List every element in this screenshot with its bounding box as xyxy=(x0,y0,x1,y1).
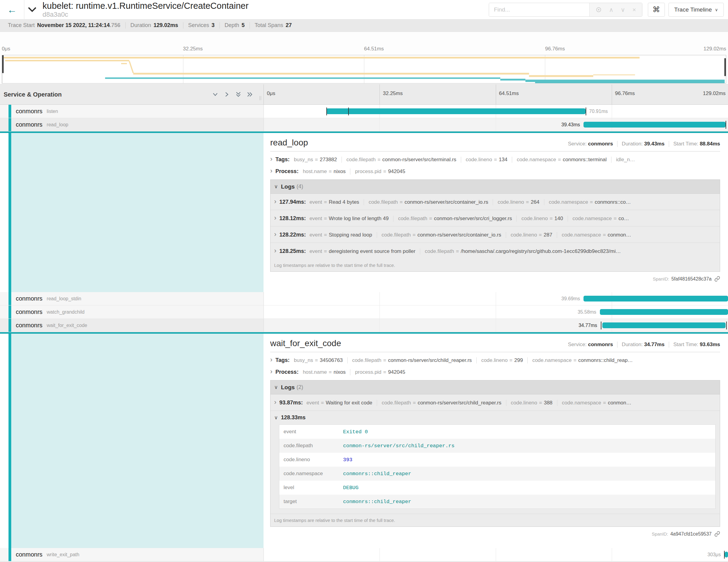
minimap-span-graph xyxy=(2,55,726,83)
span-bar[interactable] xyxy=(602,322,726,328)
table-row: target conmonrs::child_reaper xyxy=(279,495,715,509)
span-name-cell[interactable]: conmonrs wait_for_exit_code xyxy=(0,319,264,332)
log-marker xyxy=(724,551,725,559)
span-bar[interactable] xyxy=(583,296,728,301)
span-timeline-cell[interactable]: 39.69ms xyxy=(264,292,728,305)
minimap-right-handle[interactable] xyxy=(724,58,726,76)
service-color-accent xyxy=(9,292,11,305)
log-marker xyxy=(348,107,349,115)
logs-header[interactable]: ∨ Logs (4) xyxy=(270,180,720,194)
tags-row[interactable]: › Tags: busy_ns=34506763 code.filepath=c… xyxy=(270,356,720,363)
span-name-cell[interactable]: conmonrs watch_grandchild xyxy=(0,305,264,318)
log-entry[interactable]: › 128.25ms: event=deregistering event so… xyxy=(270,243,720,259)
expand-icon: › xyxy=(274,231,276,238)
trace-view-label: Trace Timeline xyxy=(674,6,712,13)
span-row-read-loop-stdin[interactable]: conmonrs read_loop_stdin 39.69ms xyxy=(0,292,728,305)
span-name-cell[interactable]: conmonrs listen xyxy=(0,105,264,118)
service-operation-header: Service & Operation xyxy=(0,84,264,104)
expand-all-icon[interactable] xyxy=(247,91,253,98)
log-marker xyxy=(726,322,727,329)
detail-meta: Service: conmonrs Duration: 34.77ms Star… xyxy=(564,342,720,348)
expand-icon: › xyxy=(274,198,276,205)
span-duration-label: 303μs xyxy=(707,552,721,557)
clear-find-icon[interactable]: × xyxy=(632,7,636,13)
minimap-left-handle[interactable] xyxy=(2,55,4,73)
log-expanded-header[interactable]: ∨ 128.33ms xyxy=(274,414,716,421)
span-row-read-loop[interactable]: conmonrs read_loop 39.43ms xyxy=(0,118,728,131)
service-color-accent xyxy=(9,118,11,131)
log-fields-table: event Exited 0 code.filepath conmon-rs/s… xyxy=(279,424,716,509)
span-name-cell[interactable]: conmonrs write_exit_path xyxy=(0,548,264,561)
next-match-icon[interactable]: ∨ xyxy=(621,7,625,13)
log-entry[interactable]: › 127.94ms: event=Read 4 bytes code.file… xyxy=(270,194,720,210)
detail-header[interactable]: read_loop Service: conmonrs Duration: 39… xyxy=(270,138,720,148)
tags-row[interactable]: › Tags: busy_ns=273882 code.filepath=con… xyxy=(270,156,720,163)
trace-view-dropdown[interactable]: Trace Timeline ∨ xyxy=(668,3,724,17)
detail-indent-column xyxy=(0,133,264,292)
detail-panel: wait_for_exit_code Service: conmonrs Dur… xyxy=(264,334,728,548)
dropdown-caret-icon: ∨ xyxy=(715,7,718,12)
span-duration-label: 70.91ms xyxy=(589,109,608,114)
log-marker xyxy=(326,107,327,115)
copy-link-icon[interactable] xyxy=(714,531,720,537)
span-timeline-cell[interactable]: 34.77ms xyxy=(264,319,728,332)
process-row[interactable]: › Process: host.name=nixos process.pid=9… xyxy=(270,368,720,375)
collapse-all-icon[interactable] xyxy=(235,91,242,98)
table-row: event Exited 0 xyxy=(279,425,715,439)
chevron-down-icon xyxy=(28,7,36,12)
span-bar[interactable] xyxy=(600,309,728,315)
log-entry[interactable]: › 128.12ms: event=Wrote log line of leng… xyxy=(270,210,720,227)
log-marker xyxy=(586,107,586,115)
service-color-accent xyxy=(9,319,11,332)
span-duration-label: 39.43ms xyxy=(561,122,580,128)
span-name-cell[interactable]: conmonrs read_loop xyxy=(0,118,264,131)
expand-one-icon[interactable] xyxy=(223,91,230,98)
column-resizer-handle[interactable] xyxy=(260,96,261,100)
expand-icon: › xyxy=(270,356,272,363)
minimap-canvas[interactable] xyxy=(2,55,726,83)
span-duration-label: 39.69ms xyxy=(561,296,580,301)
span-timeline-cell[interactable]: 35.58ms xyxy=(264,305,728,318)
logs-header[interactable]: ∨ Logs (2) xyxy=(270,380,720,394)
process-row[interactable]: › Process: host.name=nixos process.pid=9… xyxy=(270,168,720,175)
collapse-controls xyxy=(212,91,253,98)
log-entry[interactable]: › 93.87ms: event=Waiting for exit code c… xyxy=(270,394,720,411)
span-bar[interactable] xyxy=(326,108,585,114)
find-input[interactable] xyxy=(489,3,589,16)
span-row-write-exit-path[interactable]: conmonrs write_exit_path 303μs xyxy=(0,548,728,561)
back-button[interactable]: ← xyxy=(0,0,24,19)
span-duration-label: 35.58ms xyxy=(578,309,596,315)
expand-icon: › xyxy=(270,368,272,375)
trace-title-block: kubelet: runtime.v1.RuntimeService/Creat… xyxy=(43,1,249,18)
detail-header[interactable]: wait_for_exit_code Service: conmonrs Dur… xyxy=(270,339,720,348)
jaeger-trace-page: ← kubelet: runtime.v1.RuntimeService/Cre… xyxy=(0,0,728,562)
span-name-cell[interactable]: conmonrs read_loop_stdin xyxy=(0,292,264,305)
span-row-wait-for-exit-code[interactable]: conmonrs wait_for_exit_code 34.77ms xyxy=(0,319,728,332)
span-timeline-cell[interactable]: 39.43ms xyxy=(264,118,728,131)
log-marker xyxy=(726,121,726,129)
keyboard-shortcuts-button[interactable]: ⌘ xyxy=(648,3,665,17)
focus-match-icon[interactable] xyxy=(596,7,602,13)
trace-title-collapse-toggle[interactable] xyxy=(24,0,40,19)
expand-icon: › xyxy=(270,156,272,162)
collapse-one-icon[interactable] xyxy=(212,91,219,98)
span-row-listen[interactable]: conmonrs listen 70.91ms xyxy=(0,105,728,118)
trace-duration: Duration 129.02ms xyxy=(126,22,183,29)
tag: code.filepath=conmon-rs/server/src/child… xyxy=(352,357,477,363)
prev-match-icon[interactable]: ∧ xyxy=(609,7,614,13)
logs-note: Log timestamps are relative to the start… xyxy=(270,259,720,271)
table-row: code.filepath conmon-rs/server/src/child… xyxy=(279,439,715,453)
span-row-watch-grandchild[interactable]: conmonrs watch_grandchild 35.58ms xyxy=(0,305,728,319)
span-timeline-cell[interactable]: 303μs xyxy=(264,548,728,561)
span-grid-header: Service & Operation 0μs 32.25ms 64.51ms … xyxy=(0,84,728,105)
span-timeline-cell[interactable]: 70.91ms xyxy=(264,105,728,118)
log-entry[interactable]: › 128.22ms: event=Stopping read loop cod… xyxy=(270,227,720,243)
minimap-tick-labels: 0μs 32.25ms 64.51ms 96.76ms 129.02ms xyxy=(2,46,726,53)
tag: code.namespace=conmonrs::child_reap… xyxy=(532,357,637,363)
span-bar[interactable] xyxy=(583,122,726,128)
app-header: ← kubelet: runtime.v1.RuntimeService/Cre… xyxy=(0,0,728,19)
trace-id: d8a3a0c xyxy=(43,11,249,18)
copy-link-icon[interactable] xyxy=(714,276,720,282)
span-bar[interactable] xyxy=(725,552,728,557)
span-operation-title: wait_for_exit_code xyxy=(270,339,341,348)
